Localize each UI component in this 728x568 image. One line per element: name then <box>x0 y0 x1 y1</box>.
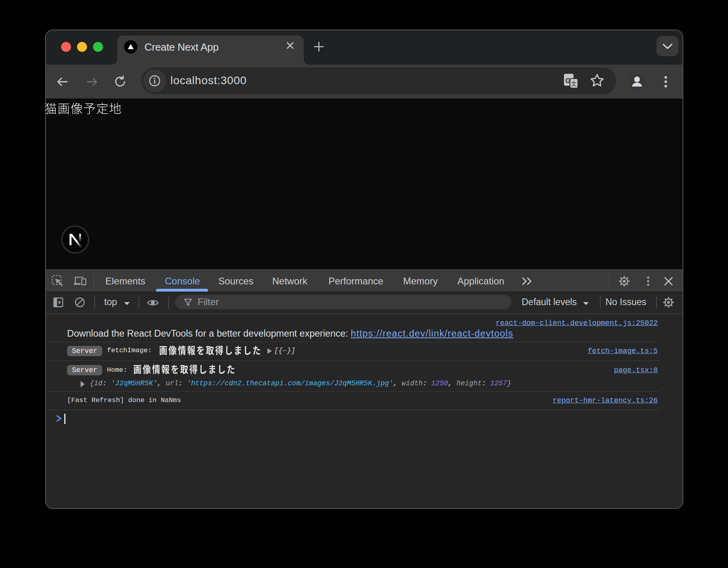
svg-text:文: 文 <box>571 81 577 87</box>
